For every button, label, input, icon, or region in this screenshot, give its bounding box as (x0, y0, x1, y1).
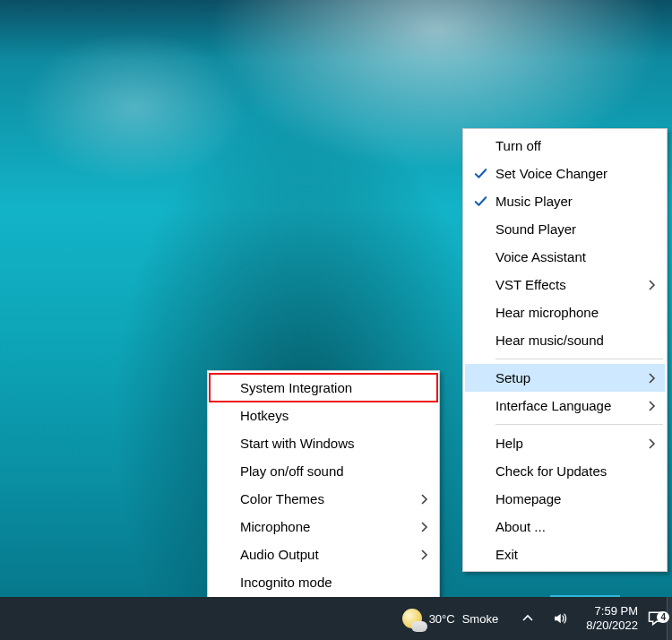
menu-item-turn-off[interactable]: Turn off (465, 132, 665, 160)
menu-item-hear-microphone[interactable]: Hear microphone (465, 298, 665, 326)
show-desktop-button[interactable] (667, 597, 672, 640)
clock-time: 7:59 PM (586, 604, 638, 618)
taskbar: 30°C Smoke 7:59 PM 8/20/2022 4 (0, 597, 672, 640)
setup-submenu: System Integration Hotkeys Start with Wi… (207, 370, 440, 600)
taskbar-active-accent (550, 595, 620, 597)
tray-context-menu: Turn off Set Voice Changer Music Player … (462, 128, 668, 572)
menu-separator (495, 424, 663, 425)
menu-item-audio-output[interactable]: Audio Output (210, 541, 437, 568)
menu-label: Start with Windows (240, 436, 355, 451)
weather-condition: Smoke (462, 612, 498, 626)
menu-label: Microphone (240, 519, 310, 534)
chevron-right-icon (421, 522, 428, 532)
menu-label: Voice Assistant (495, 249, 586, 264)
menu-item-help[interactable]: Help (465, 429, 665, 457)
menu-label: System Integration (240, 380, 352, 395)
chevron-right-icon (649, 401, 656, 411)
menu-label: Audio Output (240, 547, 319, 562)
menu-label: Sound Player (495, 221, 576, 237)
menu-label: Homepage (495, 491, 561, 506)
menu-item-homepage[interactable]: Homepage (465, 485, 665, 513)
weather-icon (402, 609, 422, 628)
clock-date: 8/20/2022 (586, 618, 638, 633)
menu-item-exit[interactable]: Exit (465, 541, 665, 568)
chevron-right-icon (649, 438, 656, 449)
checkmark-icon (465, 194, 495, 209)
chevron-right-icon (421, 549, 428, 560)
menu-label: About ... (495, 519, 546, 534)
taskbar-clock[interactable]: 7:59 PM 8/20/2022 (577, 604, 647, 634)
menu-label: Music Player (495, 194, 573, 209)
menu-item-check-for-updates[interactable]: Check for Updates (465, 457, 665, 485)
menu-item-setup[interactable]: Setup (465, 364, 665, 392)
chevron-right-icon (649, 373, 656, 384)
menu-item-hear-music-sound[interactable]: Hear music/sound (465, 326, 665, 354)
menu-item-about[interactable]: About ... (465, 513, 665, 541)
menu-item-incognito-mode[interactable]: Incognito mode (210, 568, 437, 596)
menu-item-set-voice-changer[interactable]: Set Voice Changer (465, 160, 665, 187)
menu-label: Turn off (495, 138, 541, 153)
menu-item-music-player[interactable]: Music Player (465, 187, 665, 215)
taskbar-weather[interactable]: 30°C Smoke (390, 609, 512, 628)
weather-temp: 30°C (429, 612, 455, 626)
menu-item-voice-assistant[interactable]: Voice Assistant (465, 243, 665, 271)
menu-item-start-with-windows[interactable]: Start with Windows (210, 429, 437, 457)
menu-label: Hear music/sound (495, 333, 604, 348)
menu-label: Setup (495, 370, 530, 385)
menu-label: Check for Updates (495, 463, 607, 479)
menu-label: VST Effects (495, 277, 566, 292)
menu-item-interface-language[interactable]: Interface Language (465, 392, 665, 419)
menu-item-microphone[interactable]: Microphone (210, 513, 437, 541)
menu-label: Exit (495, 547, 518, 562)
checkmark-icon (465, 166, 495, 181)
menu-label: Incognito mode (240, 575, 332, 590)
menu-label: Hear microphone (495, 305, 599, 320)
menu-label: Color Themes (240, 491, 324, 506)
menu-item-hotkeys[interactable]: Hotkeys (210, 402, 437, 429)
menu-label: Help (495, 436, 523, 451)
menu-item-system-integration[interactable]: System Integration (210, 374, 437, 402)
menu-item-sound-player[interactable]: Sound Player (465, 215, 665, 243)
menu-label: Set Voice Changer (495, 166, 607, 181)
volume-icon[interactable] (550, 609, 570, 628)
menu-label: Play on/off sound (240, 463, 344, 479)
system-tray (511, 609, 577, 628)
chevron-right-icon (649, 280, 656, 290)
menu-label: Interface Language (495, 398, 611, 413)
menu-item-vst-effects[interactable]: VST Effects (465, 271, 665, 298)
chevron-right-icon (421, 494, 428, 505)
menu-item-color-themes[interactable]: Color Themes (210, 485, 437, 513)
menu-label: Hotkeys (240, 408, 289, 423)
menu-separator (495, 359, 663, 359)
menu-item-play-on-off-sound[interactable]: Play on/off sound (210, 457, 437, 485)
tray-overflow-chevron-icon[interactable] (518, 609, 538, 628)
